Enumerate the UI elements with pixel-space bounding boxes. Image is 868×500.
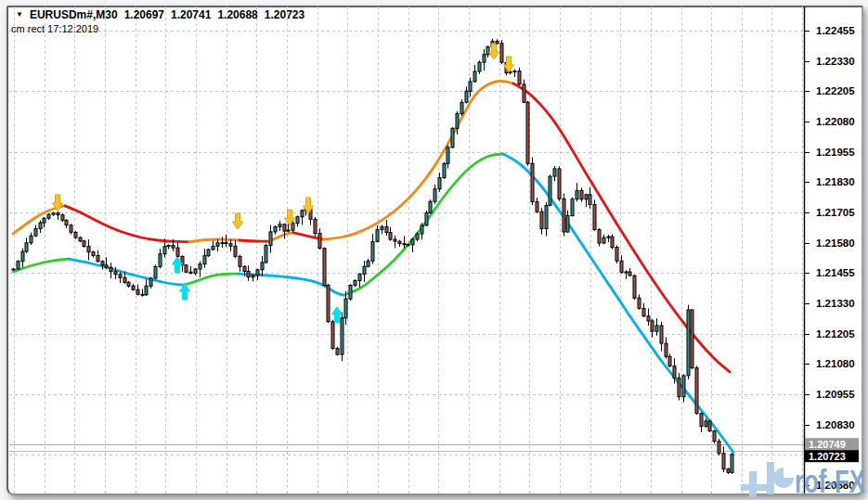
indicator-label: cm rect 17:12:2019 <box>11 23 98 34</box>
ma-upper-line <box>13 81 730 371</box>
ask-price-value: 1.20749 <box>809 439 846 450</box>
signal-arrows <box>53 44 514 323</box>
price-tick-label: 1.21455 <box>816 267 855 278</box>
price-tick-label: 1.21705 <box>816 207 855 218</box>
ma-lower-line <box>13 154 733 453</box>
mt4-screenshot: { "header": { "symbol_period": "EURUSDm#… <box>0 0 868 500</box>
ohlc-open: 1.20697 <box>124 8 164 21</box>
bid-ask-badges: 1.207491.20723 <box>805 438 859 462</box>
ohlc-low: 1.20688 <box>217 8 257 21</box>
watermark-p-stem-icon <box>767 462 774 494</box>
price-axis[interactable]: 1.224551.223301.222051.220801.219551.218… <box>804 6 855 494</box>
sell-signal-arrow-icon <box>233 213 243 229</box>
price-tick-label: 1.22455 <box>816 25 855 36</box>
price-tick-label: 1.21080 <box>816 358 855 369</box>
price-tick-label: 1.21580 <box>816 237 855 249</box>
watermark-text: rof-FX <box>795 463 865 499</box>
candles-series <box>12 39 733 474</box>
price-tick-label: 1.21330 <box>816 298 855 309</box>
price-chart[interactable]: 1.224551.223301.222051.220801.219551.218… <box>0 0 868 500</box>
price-tick-label: 1.20830 <box>816 419 855 430</box>
sell-signal-arrow-icon <box>489 44 499 59</box>
bid-price-value: 1.20723 <box>809 451 846 462</box>
watermark: rof-FX <box>741 462 865 499</box>
price-tick-label: 1.20955 <box>816 389 855 400</box>
price-tick-label: 1.21205 <box>816 328 855 340</box>
price-tick-label: 1.21830 <box>816 176 855 187</box>
price-tick-label: 1.22205 <box>816 85 855 96</box>
grid-lines <box>9 6 804 494</box>
ohlc-high: 1.20741 <box>171 8 211 21</box>
price-tick-label: 1.22080 <box>816 116 855 127</box>
symbol-period-label: EURUSDm#,M30 <box>30 8 118 21</box>
watermark-bar-icon <box>749 471 757 497</box>
price-tick-label: 1.21955 <box>816 147 855 158</box>
chart-header: ▼EURUSDm#,M301.206971.207411.206881.2072… <box>16 8 304 21</box>
symbol-dropdown-caret[interactable]: ▼ <box>16 10 23 19</box>
price-tick-label: 1.22330 <box>816 56 855 67</box>
bid-ask-lines <box>9 445 804 452</box>
ohlc-close: 1.20723 <box>265 8 304 21</box>
buy-signal-arrow-icon <box>180 284 190 300</box>
